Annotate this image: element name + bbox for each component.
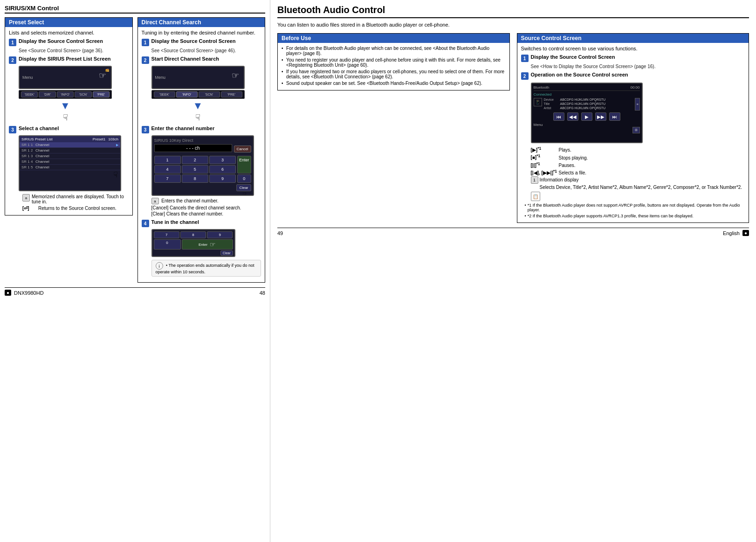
dc-bullet-1-text: Enters the channel number.	[161, 198, 218, 203]
dc-step4-row: 4 Tune in the channel	[142, 219, 261, 227]
tune-8[interactable]: 8	[180, 231, 206, 238]
sc-step1-title: Display the Source Control Screen	[531, 54, 615, 60]
dc-btn-pre: 'PRE'	[221, 91, 242, 97]
bt-header-right: 00:00	[630, 85, 639, 90]
sym-select-key: [|◀], [▶▶|]*1	[531, 169, 559, 175]
preset-list-screen: SIRIUS Preset List Preset1 103ch SR 1 1	[19, 135, 121, 191]
bt-page-title: Bluetooth Audio Control	[277, 5, 749, 18]
key-8[interactable]: 8	[182, 174, 208, 183]
dc-menu-label: Menu	[155, 75, 166, 80]
sym-select: [|◀], [▶▶|]*1 Selects a file.	[531, 169, 745, 175]
dc-step3-row: 3 Enter the channel number	[142, 125, 261, 133]
bt-screen-title: Bluetooth	[534, 85, 550, 90]
source-ctrl-content: Switches to control screen to use variou…	[517, 43, 749, 222]
preset-bullets: a Memorized channels are displayed. Touc…	[19, 194, 129, 211]
bracket-a-2: a	[151, 198, 159, 204]
preset-step-2: 2 Display the SIRIUS Preset List Screen …	[9, 56, 129, 123]
preset-row-2[interactable]: SR 1 2 Channel	[20, 148, 120, 153]
preset-select-header: Preset Select	[5, 18, 132, 27]
dc-step1-sub: See <Source Control Screen> (page 46).	[151, 48, 261, 53]
btn-info: 'INFO'	[57, 91, 74, 97]
preset-step2-row: 2 Display the SIRIUS Preset List Screen	[9, 56, 129, 64]
enter-btn[interactable]: Enter	[237, 156, 251, 174]
sc-step1-row: 1 Display the Source Control Screen	[521, 54, 745, 62]
finger-icon-dc: ☞	[232, 70, 239, 81]
preset-row-3[interactable]: SR 1 3 Channel	[20, 153, 120, 159]
bt-btn-prev[interactable]: ⏮	[553, 112, 564, 121]
dc-btn-seek: 'SEEK'	[154, 91, 175, 97]
tune-9[interactable]: 9	[207, 231, 233, 238]
preset-num-4: SR 1 4	[21, 160, 35, 164]
preset-row-4[interactable]: SR 1 4 Channel	[20, 159, 120, 165]
arrow-down-2: ▼	[151, 100, 245, 112]
key-5[interactable]: 5	[182, 165, 208, 174]
bt-screen: Bluetooth 00:00 Connected 📱	[531, 83, 643, 143]
preset-step2-title: Display the SIRIUS Preset List Screen	[19, 56, 110, 62]
before-use-content: For details on the Bluetooth Audio playe…	[278, 43, 509, 90]
key-0[interactable]: 0	[237, 174, 251, 183]
bt-btn-rew[interactable]: ◀◀	[567, 112, 578, 121]
finger-area: ☟	[20, 170, 120, 180]
dc-step-4: 4 Tune in the channel 7 8 9	[142, 219, 261, 277]
sym-info-box: 1	[531, 176, 538, 184]
sc-step-1: 1 Display the Source Control Screen See …	[521, 54, 745, 69]
bt-note-bullet-1: •	[525, 203, 526, 212]
sym-pause-desc: Pauses.	[559, 163, 576, 168]
key-1[interactable]: 1	[154, 156, 181, 164]
right-page-num: 49	[277, 230, 283, 236]
key-7[interactable]: 7	[154, 174, 181, 183]
sym-info-desc: Information display	[540, 177, 579, 182]
sym-play-desc: Plays.	[559, 147, 571, 153]
bt-device-label: Device	[544, 98, 560, 101]
cancel-btn[interactable]: Cancel	[234, 146, 251, 153]
tune-0[interactable]: 0	[154, 239, 181, 250]
preset-row-5[interactable]: SR 1 5 Channel	[20, 165, 120, 170]
btn-scn: 'SCN'	[75, 91, 91, 97]
right-lang: English	[723, 230, 740, 236]
bt-btn-play[interactable]: ▶	[581, 112, 592, 121]
sc-step1-sub: See <How to Display the Source Control S…	[531, 64, 745, 69]
direct-channel-box: Direct Channel Search Tuning in by enter…	[137, 17, 266, 283]
clear-btn[interactable]: Clear	[236, 184, 251, 191]
finger-down-1: ☟	[19, 112, 112, 123]
key-9[interactable]: 9	[209, 174, 236, 183]
bt-note-icon-area: 📋	[531, 192, 745, 201]
preset-row-1[interactable]: SR 1 1 Channel ▶	[20, 142, 120, 148]
dc-bullet-2-text: [Cancel] Cancels the direct channel sear…	[151, 205, 241, 210]
dc-step-2: 2 Start Direct Channel Search Menu ☞	[142, 56, 261, 123]
tenkey-screen: SIRIUS 10Key Direct - - - ch Cancel 1	[151, 135, 254, 196]
right-page-circle: ●	[742, 230, 749, 236]
tune-clear[interactable]: Clear	[220, 250, 233, 256]
sym-info: 1 Information display	[531, 176, 745, 184]
bt-note-icon: 📋	[531, 192, 540, 201]
dc-note-text: • The operation ends automatically if yo…	[156, 263, 254, 274]
key-2[interactable]: 2	[182, 156, 208, 164]
tenkey-top: - - - ch Cancel	[154, 144, 251, 154]
arrow-down-1: ▼	[19, 100, 112, 112]
dc-step3-num: 3	[142, 126, 149, 133]
bt-btn-next[interactable]: ⏭	[609, 112, 620, 121]
left-footer: ● DNX9980HD 48	[5, 287, 265, 298]
preset-num-2: SR 1 2	[21, 148, 35, 153]
preset-step1-row: 1 Display the Source Control Screen	[9, 38, 129, 46]
tune-enter[interactable]: Enter ☞	[182, 239, 233, 250]
finger-down-2: ☟	[151, 112, 245, 123]
icon-seek: 📻	[105, 68, 110, 72]
bt-btn-ff[interactable]: ▶▶	[595, 112, 606, 121]
preset-step3-title: Select a channel	[19, 125, 59, 131]
tune-7[interactable]: 7	[154, 231, 179, 238]
preset-select-box: Preset Select Lists and selects memorize…	[5, 17, 133, 215]
key-3[interactable]: 3	[209, 156, 236, 164]
side-btns: Enter 0	[237, 156, 251, 183]
preset-step-3: 3 Select a channel SIRIUS Preset List Pr…	[9, 125, 129, 191]
tenkey-area: 1 2 3 4 5 6 7 8 9	[154, 156, 251, 183]
btn-pre: 'PRE'	[93, 91, 110, 97]
direct-channel-desc: Tuning in by entering the desired channe…	[142, 30, 261, 35]
sirius-screen-1: Menu ☞ 📻	[19, 66, 112, 89]
key-6[interactable]: 6	[209, 165, 236, 174]
finger-icon-preset: ☟	[113, 170, 118, 179]
tenkey-display: - - - ch	[154, 144, 232, 152]
key-4[interactable]: 4	[154, 165, 181, 174]
preset-step2-num: 2	[9, 56, 16, 64]
preset-list-title: SIRIUS Preset List	[21, 137, 53, 141]
